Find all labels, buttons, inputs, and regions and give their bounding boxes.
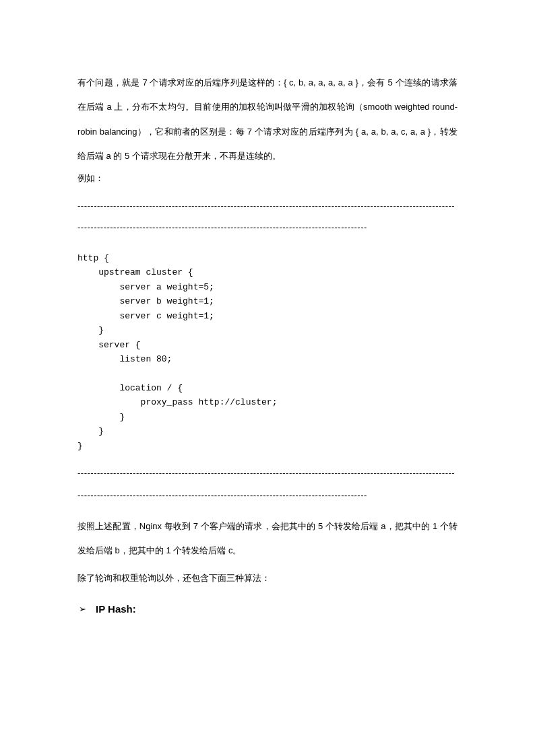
divider-top: ----------------------------------------… (77, 195, 458, 239)
bullet-heading: IP Hash: (96, 601, 136, 617)
paragraph-algorithms: 除了轮询和权重轮询以外，还包含下面三种算法： (77, 569, 458, 588)
bullet-item: ➢ IP Hash: (77, 601, 458, 617)
paragraph-intro: 有个问题，就是 7 个请求对应的后端序列是这样的：{ c, b, a, a, a… (77, 71, 458, 169)
divider-bottom: ----------------------------------------… (77, 462, 458, 506)
paragraph-config-desc: 按照上述配置，Nginx 每收到 7 个客户端的请求，会把其中的 5 个转发给后… (77, 514, 458, 563)
example-label: 例如： (77, 170, 458, 186)
arrow-icon: ➢ (79, 603, 86, 617)
code-block: http { upstream cluster { server a weigh… (77, 251, 458, 453)
document-content: 有个问题，就是 7 个请求对应的后端序列是这样的：{ c, b, a, a, a… (77, 71, 458, 617)
